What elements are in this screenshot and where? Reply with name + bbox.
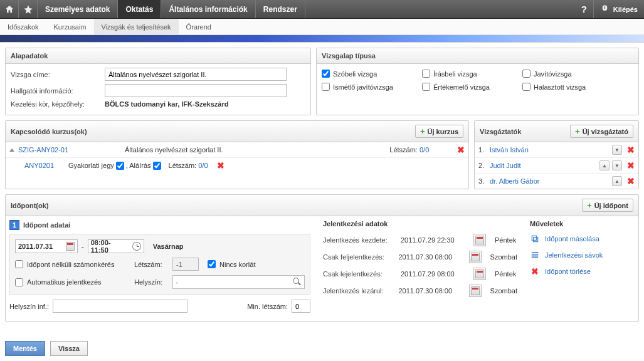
delete-course-icon[interactable]: ✖ — [457, 145, 465, 155]
examiner-link[interactable]: István István — [490, 146, 610, 154]
examtype-checkbox[interactable] — [422, 70, 430, 78]
add-time-button[interactable]: +Új időpont — [582, 199, 633, 212]
signup-row: Csak lejelentkezés:2011.07.29 08:00Pénte… — [323, 268, 517, 280]
examtype-label: Ismétlő javítóvizsga — [333, 83, 393, 91]
examtype-option[interactable]: Szóbeli vizsga — [322, 70, 422, 78]
calendar-button[interactable] — [469, 285, 481, 297]
day-label: Vasárnap — [153, 243, 184, 250]
examtype-option[interactable]: Ismétlő javítóvizsga — [322, 83, 422, 91]
student-info-label: Hallgatói információ: — [11, 87, 105, 95]
examtype-label: Halasztott vizsga — [534, 83, 586, 91]
noexam-checkbox[interactable] — [15, 260, 23, 268]
examtype-label: Írásbeli vizsga — [433, 70, 477, 78]
signup-label: Csak lejelentkezés: — [323, 270, 397, 278]
signup-row: Jelentkezés kezdete:2011.07.29 22:30Pént… — [323, 234, 517, 246]
auto-signup-checkbox[interactable] — [15, 278, 23, 286]
signup-label: Csak feljelentkezés: — [323, 253, 394, 261]
slots-icon — [530, 250, 540, 260]
search-icon — [293, 278, 302, 286]
move-up-icon[interactable]: ▲ — [612, 176, 622, 186]
menu-education[interactable]: Oktatás — [118, 0, 161, 18]
signup-slots-action[interactable]: Jelentkezési sávok — [530, 250, 635, 260]
loc-label: Helyszín: — [134, 278, 169, 286]
course-code-link[interactable]: SZIG-ANY02-01 — [18, 146, 125, 154]
exam-title-label: Vizsga címe: — [11, 71, 105, 78]
examtype-option[interactable]: Halasztott vizsga — [522, 83, 610, 91]
date-input[interactable]: 2011.07.31 — [15, 239, 78, 253]
menu-personal[interactable]: Személyes adatok — [38, 0, 118, 18]
course-count-link[interactable]: 0/0 — [420, 146, 457, 154]
date-sep: - — [82, 243, 84, 250]
student-info-input[interactable] — [105, 84, 287, 97]
locinf-input[interactable] — [53, 300, 187, 313]
examiner-row: 3.dr. Alberti Gábor▲✖ — [475, 173, 638, 189]
save-button[interactable]: Mentés — [5, 341, 45, 356]
min-count-label: Min. létszám: — [247, 303, 288, 310]
calendar-button[interactable] — [469, 251, 481, 263]
move-up-icon[interactable]: ▲ — [599, 160, 610, 170]
examtype-label: Értékemelő vizsga — [433, 83, 490, 91]
times-title: Időpont(ok) — [11, 202, 48, 209]
delete-examiner-icon[interactable]: ✖ — [627, 160, 635, 170]
ops-title: Műveletek — [530, 220, 635, 228]
back-button[interactable]: Vissza — [50, 341, 88, 356]
basedata-title: Alapadatok — [11, 52, 48, 60]
child-count-link[interactable]: 0/0 — [198, 162, 208, 169]
grade-label: Gyakorlati jegy — [68, 162, 114, 169]
examtype-label: Szóbeli vizsga — [333, 70, 377, 78]
count-input[interactable] — [172, 258, 199, 271]
nolimit-checkbox[interactable] — [208, 260, 216, 268]
delete-examiner-icon[interactable]: ✖ — [627, 176, 635, 186]
signup-day: Szombat — [490, 253, 517, 261]
calendar-icon — [66, 242, 75, 251]
examiner-link[interactable]: Judit Judit — [490, 162, 597, 169]
examtype-checkbox[interactable] — [422, 83, 430, 91]
help-icon[interactable]: ? — [575, 0, 594, 18]
submenu-courses[interactable]: Kurzusaim — [46, 19, 94, 34]
grade-checkbox[interactable] — [116, 162, 124, 170]
child-course-code[interactable]: ANY0201 — [24, 162, 68, 169]
loc-input[interactable]: - — [172, 275, 305, 289]
time-number: 1 — [9, 220, 19, 230]
delete-examiner-icon[interactable]: ✖ — [627, 145, 635, 155]
auto-signup-label: Automatikus jelentkezés — [27, 278, 130, 286]
sign-checkbox[interactable] — [153, 162, 161, 170]
examtype-option[interactable]: Javítóvizsga — [522, 70, 610, 78]
examtype-checkbox[interactable] — [522, 83, 531, 91]
home-icon[interactable] — [0, 0, 19, 18]
svg-rect-3 — [532, 254, 539, 256]
add-course-button[interactable]: +Új kurzus — [415, 125, 463, 138]
menu-general[interactable]: Általános információk — [161, 0, 255, 18]
submenu-timetable[interactable]: Órarend — [179, 19, 219, 34]
examtype-checkbox[interactable] — [322, 83, 330, 91]
submenu-exams[interactable]: Vizsgák és teljesítések — [94, 19, 179, 34]
expand-icon[interactable] — [9, 149, 14, 152]
examtype-checkbox[interactable] — [322, 70, 330, 78]
move-down-icon[interactable]: ▼ — [612, 160, 622, 170]
menu-system[interactable]: Rendszer — [256, 0, 305, 18]
examiner-row: 2.Judit Judit▲▼✖ — [475, 157, 638, 173]
examtype-checkbox[interactable] — [522, 70, 531, 78]
submenu-periods[interactable]: Időszakok — [0, 19, 46, 34]
delete-child-course-icon[interactable]: ✖ — [217, 160, 224, 170]
calendar-button[interactable] — [473, 268, 486, 280]
time-input[interactable]: 08:00-11:50 — [88, 239, 144, 253]
examiner-num: 2. — [478, 162, 487, 169]
course-count-label: Létszám: — [389, 146, 418, 154]
signup-row: Csak feljelentkezés:2011.07.30 08:00Szom… — [323, 251, 517, 263]
logout-button[interactable]: Kilépés — [594, 0, 644, 18]
delete-time-action[interactable]: ✖ Időpont törlése — [530, 266, 635, 276]
calendar-button[interactable] — [473, 234, 486, 246]
examtype-option[interactable]: Írásbeli vizsga — [422, 70, 522, 78]
examiner-link[interactable]: dr. Alberti Gábor — [490, 177, 610, 185]
copy-time-action[interactable]: Időpont másolása — [530, 234, 635, 244]
exam-title-input[interactable] — [105, 68, 287, 81]
course-name: Általános nyelvészet szigorlat II. — [125, 146, 389, 154]
star-icon[interactable] — [19, 0, 38, 18]
add-examiner-button[interactable]: +Új vizsgáztató — [570, 125, 633, 138]
examiner-num: 1. — [478, 146, 487, 154]
examtype-option[interactable]: Értékemelő vizsga — [422, 83, 522, 91]
move-down-icon[interactable]: ▼ — [612, 145, 622, 155]
min-count-input[interactable] — [292, 300, 310, 313]
signup-day: Szombat — [490, 287, 517, 295]
